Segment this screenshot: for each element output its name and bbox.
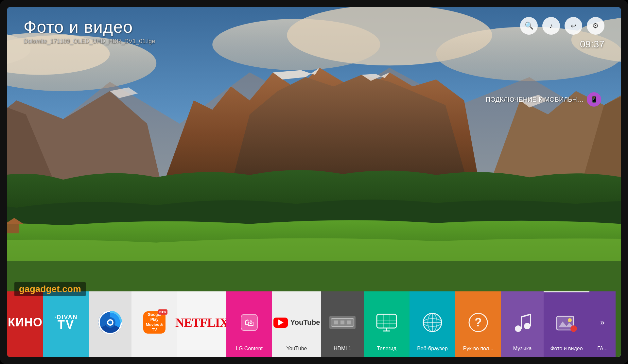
gallery-icon: » — [600, 318, 604, 327]
youtube-play-btn — [273, 318, 288, 328]
svg-rect-28 — [334, 321, 338, 324]
photovideo-logo — [555, 314, 578, 333]
app-manual[interactable]: ? Рук-во пол... — [455, 291, 501, 357]
back-button[interactable]: ↩ — [565, 17, 582, 35]
watermark-text: gagadget.com — [19, 284, 81, 294]
settings-icon: ⚙ — [592, 22, 599, 30]
browser-label: Веб-браузер — [417, 346, 448, 352]
header-right: 🔍 ♪ ↩ ⚙ 09:37 — [520, 17, 604, 50]
lgcontent-logo: 🛍 — [239, 313, 259, 332]
app-gplay[interactable]: Google PlayMovies & TV NEW — [131, 291, 177, 357]
search-button[interactable]: 🔍 — [520, 17, 538, 35]
app-okko[interactable] — [89, 291, 131, 357]
hdmi1-label: HDMI 1 — [334, 346, 351, 352]
mobile-connect-label: ПОДКЛЮЧЕНИЕ К МОБИЛЬН… — [486, 96, 584, 103]
circle-icon — [98, 311, 122, 334]
music-button[interactable]: ♪ — [542, 17, 560, 35]
mobile-icon: 📱 — [590, 96, 598, 103]
mobile-connect: ПОДКЛЮЧЕНИЕ К МОБИЛЬН… 📱 — [486, 92, 601, 107]
hdmi-icon — [329, 316, 356, 329]
svg-rect-19 — [7, 224, 19, 234]
app-youtube[interactable]: YouTube YouTube — [272, 291, 321, 357]
svg-point-46 — [524, 323, 531, 329]
svg-point-45 — [515, 325, 521, 332]
app-bar: КИНО ·DIVAN TV — [7, 291, 621, 357]
gplay-new-badge: NEW — [158, 309, 167, 315]
manual-logo: ? — [468, 312, 489, 333]
browser-logo — [422, 312, 443, 333]
back-icon: ↩ — [571, 22, 576, 30]
app-kino[interactable]: КИНО — [7, 291, 43, 357]
kino-text: КИНО — [8, 316, 43, 329]
tv-frame: Фото и видео Dolomite_171109_OLED_UHD_HD… — [0, 0, 628, 364]
youtube-text: YouTube — [290, 318, 320, 327]
app-browser[interactable]: Веб-браузер — [410, 291, 455, 357]
music-icon: ♪ — [550, 22, 553, 30]
svg-rect-30 — [347, 321, 351, 324]
app-music[interactable]: Музыка — [501, 291, 544, 357]
okko-logo — [98, 311, 122, 334]
manual-label: Рук-во пол... — [463, 346, 494, 352]
app-netflix[interactable]: NETFLIX — [177, 291, 226, 357]
svg-point-24 — [108, 321, 112, 324]
gplay-text: Google PlayMovies & TV — [145, 312, 164, 333]
header-icons: 🔍 ♪ ↩ ⚙ — [520, 17, 604, 35]
app-photovideo[interactable]: Фото и видео — [544, 291, 589, 357]
page-subtitle: Dolomite_171109_OLED_UHD_HDR_DV1_01.lge — [24, 38, 155, 45]
gplay-logo: Google PlayMovies & TV NEW — [143, 311, 166, 334]
svg-text:?: ? — [475, 316, 482, 329]
header-left: Фото и видео Dolomite_171109_OLED_UHD_HD… — [24, 17, 155, 45]
page-title: Фото и видео — [24, 17, 155, 37]
divan-text2: TV — [58, 319, 75, 331]
app-tvguide[interactable]: Телегид — [364, 291, 410, 357]
svg-line-49 — [521, 314, 531, 317]
hdmi-logo — [329, 316, 356, 329]
settings-button[interactable]: ⚙ — [587, 17, 604, 35]
screen: Фото и видео Dolomite_171109_OLED_UHD_HD… — [7, 7, 621, 357]
photovideo-label: Фото и видео — [550, 346, 583, 352]
svg-rect-31 — [377, 314, 396, 328]
youtube-logo: YouTube — [273, 318, 320, 328]
app-hdmi1[interactable]: HDMI 1 — [321, 291, 364, 357]
netflix-logo: NETFLIX — [175, 315, 228, 330]
gplay-icon: Google PlayMovies & TV NEW — [143, 311, 166, 334]
youtube-label: YouTube — [287, 346, 307, 352]
svg-rect-29 — [340, 321, 344, 324]
svg-text:🛍: 🛍 — [245, 318, 254, 328]
gallery-label: ГА... — [597, 346, 608, 352]
svg-point-53 — [570, 325, 577, 332]
youtube-play-triangle — [278, 320, 284, 325]
header: Фото и видео Dolomite_171109_OLED_UHD_HD… — [24, 17, 604, 50]
watermark: gagadget.com — [14, 282, 86, 296]
tvguide-label: Телегид — [377, 346, 396, 352]
divan-logo: ·DIVAN TV — [54, 314, 78, 331]
app-lgcontent[interactable]: 🛍 LG Content — [226, 291, 272, 357]
lgcontent-label: LG Content — [236, 346, 263, 352]
svg-point-52 — [568, 318, 572, 322]
tvguide-logo — [375, 313, 398, 332]
netflix-text: NETFLIX — [175, 315, 228, 330]
app-gallery[interactable]: » ГА... — [589, 291, 616, 357]
search-icon: 🔍 — [525, 22, 533, 30]
lgcontent-icon: 🛍 — [239, 313, 259, 332]
music-logo — [513, 312, 532, 333]
mobile-connect-button[interactable]: 📱 — [587, 92, 601, 107]
gallery-logo: » — [600, 318, 604, 327]
music-label: Музыка — [513, 346, 532, 352]
app-divan[interactable]: ·DIVAN TV — [43, 291, 89, 357]
time-display: 09:37 — [580, 39, 604, 50]
kino-logo: КИНО — [8, 316, 43, 329]
